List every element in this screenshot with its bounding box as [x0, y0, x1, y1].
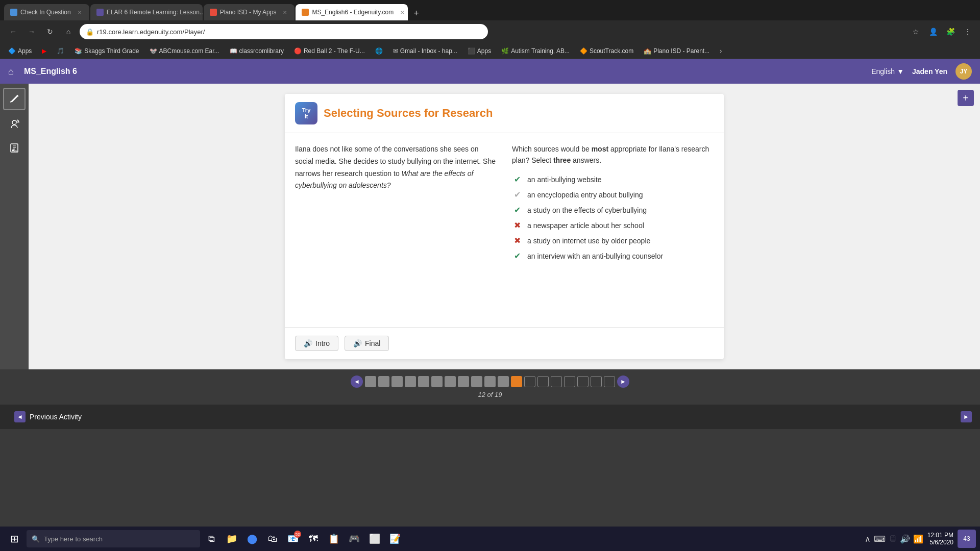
- bookmark-skaggs[interactable]: 📚 Skaggs Third Grade: [70, 46, 143, 56]
- taskbar-search[interactable]: 🔍 Type here to search: [27, 530, 200, 547]
- page-dot-6[interactable]: [431, 376, 443, 387]
- bookmark-redball[interactable]: 🔴 Red Ball 2 - The F-U...: [290, 46, 369, 56]
- twitch-button[interactable]: 🎮: [345, 530, 363, 548]
- extension-icon[interactable]: 🧩: [944, 26, 957, 38]
- volume-icon[interactable]: 🔊: [900, 534, 910, 544]
- bookmark-label: Apps: [18, 47, 32, 55]
- new-tab-button[interactable]: +: [409, 6, 423, 20]
- chrome-button[interactable]: ⬤: [243, 530, 261, 548]
- bookmark-more[interactable]: ›: [716, 46, 726, 56]
- bookmark-abcmouse[interactable]: 🐭 ABCmouse.com Ear...: [145, 46, 224, 56]
- home-button[interactable]: ⌂: [8, 66, 14, 77]
- bookmark-music[interactable]: 🎵: [53, 46, 68, 56]
- tab-label: ELAR 6 Remote Learning: Lesson...: [107, 9, 203, 16]
- pencil-tool-button[interactable]: [3, 88, 26, 110]
- answer-text: an encyclopedia entry about bullying: [527, 191, 643, 199]
- chevron-up-icon[interactable]: ∧: [865, 534, 871, 544]
- page-dot-13[interactable]: [524, 376, 535, 387]
- menu-dots-icon[interactable]: ⋮: [962, 26, 974, 38]
- profile-icon[interactable]: 👤: [927, 26, 939, 38]
- user-avatar[interactable]: JY: [955, 63, 972, 80]
- answer-item-4[interactable]: ✖ a newspaper article about her school: [512, 220, 714, 231]
- page-dot-12[interactable]: [511, 376, 522, 387]
- minecraft-button[interactable]: ⬜: [365, 530, 384, 548]
- bookmark-youtube-red[interactable]: ▶: [38, 46, 51, 56]
- page-dot-16[interactable]: [564, 376, 575, 387]
- page-dot-14[interactable]: [537, 376, 549, 387]
- page-dot-15[interactable]: [551, 376, 562, 387]
- network-icon[interactable]: 📶: [913, 534, 923, 544]
- bookmark-google[interactable]: 🌐: [371, 46, 387, 56]
- check-correct-icon: ✔: [512, 174, 522, 185]
- tab-close[interactable]: ✕: [281, 9, 288, 16]
- page-dot-9[interactable]: [471, 376, 482, 387]
- page-dot-19[interactable]: [604, 376, 615, 387]
- page-dot-7[interactable]: [445, 376, 456, 387]
- check-correct-icon: ✔: [512, 205, 522, 215]
- dictionary-tool-button[interactable]: A bc: [3, 137, 26, 159]
- page-dot-3[interactable]: [391, 376, 403, 387]
- bookmark-apps[interactable]: 🔷 Apps: [4, 46, 36, 56]
- whiteboard-button[interactable]: 📋: [325, 530, 343, 548]
- bookmark-icon: ▶: [42, 47, 46, 55]
- store-button[interactable]: 🛍: [263, 530, 282, 548]
- answer-item-1[interactable]: ✔ an anti-bullying website: [512, 174, 714, 185]
- page-dot-8[interactable]: [458, 376, 469, 387]
- intro-audio-button[interactable]: 🔊 Intro: [295, 336, 338, 351]
- audio-tool-button[interactable]: [3, 112, 26, 135]
- answer-item-3[interactable]: ✔ a study on the effects of cyberbullyin…: [512, 205, 714, 215]
- page-dot-4[interactable]: [405, 376, 416, 387]
- tab-close[interactable]: ✕: [76, 9, 83, 16]
- back-button[interactable]: ←: [6, 24, 20, 39]
- notes-button[interactable]: 📝: [386, 530, 404, 548]
- language-selector[interactable]: English ▼: [871, 67, 904, 76]
- page-dot-2[interactable]: [378, 376, 389, 387]
- bookmark-classroom[interactable]: 📖 classroomlibrary: [226, 46, 288, 56]
- page-dot-11[interactable]: [498, 376, 509, 387]
- tab-elar[interactable]: ELAR 6 Remote Learning: Lesson... ✕: [90, 4, 203, 20]
- page-dot-1[interactable]: [365, 376, 376, 387]
- maps-button[interactable]: 🗺: [304, 530, 323, 548]
- forward-button[interactable]: →: [24, 24, 39, 39]
- keyboard-icon[interactable]: ⌨: [874, 534, 886, 544]
- pagination-prev[interactable]: ◄: [351, 375, 363, 388]
- next-activity-button[interactable]: ►: [961, 411, 972, 422]
- notifications-button[interactable]: 43: [958, 530, 976, 548]
- page-dot-10[interactable]: [484, 376, 496, 387]
- answer-item-5[interactable]: ✖ a study on internet use by older peopl…: [512, 236, 714, 246]
- language-label: English: [871, 67, 895, 76]
- bookmark-apps2[interactable]: ⬛ Apps: [463, 46, 495, 56]
- bookmark-autism[interactable]: 🌿 Autism Training, AB...: [497, 46, 574, 56]
- home-nav-button[interactable]: ⌂: [61, 24, 76, 39]
- svg-text:bc: bc: [14, 149, 17, 152]
- email-button[interactable]: 📧 52: [284, 530, 302, 548]
- display-icon[interactable]: 🖥: [889, 534, 897, 543]
- tab-edgenuity[interactable]: MS_English6 - Edgenuity.com ✕: [296, 4, 408, 20]
- page-dot-17[interactable]: [577, 376, 589, 387]
- task-view-button[interactable]: ⧉: [202, 530, 220, 548]
- refresh-button[interactable]: ↻: [43, 24, 57, 39]
- bookmark-scouttrack[interactable]: 🔶 ScoutTrack.com: [576, 46, 638, 56]
- page-dot-5[interactable]: [418, 376, 429, 387]
- bookmark-label: Autism Training, AB...: [511, 47, 570, 55]
- bookmark-plano[interactable]: 🏫 Plano ISD - Parent...: [640, 46, 714, 56]
- tab-check-in[interactable]: Check In Question ✕: [4, 4, 89, 20]
- tab-close[interactable]: ✕: [399, 9, 406, 16]
- tab-favicon: [10, 9, 17, 16]
- bookmark-star-icon[interactable]: ☆: [910, 26, 922, 38]
- bookmark-gmail[interactable]: ✉ Gmail - Inbox - hap...: [389, 46, 461, 56]
- answer-item-6[interactable]: ✔ an interview with an anti-bullying cou…: [512, 251, 714, 261]
- add-button[interactable]: +: [958, 90, 974, 106]
- time-display: 12:01 PM: [927, 532, 953, 539]
- file-explorer-button[interactable]: 📁: [223, 530, 241, 548]
- answer-text: a study on the effects of cyberbullying: [527, 206, 647, 214]
- answer-item-2[interactable]: ✔ an encyclopedia entry about bullying: [512, 190, 714, 200]
- final-audio-button[interactable]: 🔊 Final: [345, 336, 389, 351]
- user-name[interactable]: Jaden Yen: [912, 67, 947, 76]
- pagination-next[interactable]: ►: [617, 375, 629, 388]
- tab-plano[interactable]: Plano ISD - My Apps ✕: [204, 4, 295, 20]
- address-input[interactable]: 🔒 r19.core.learn.edgenuity.com/Player/: [80, 24, 488, 39]
- previous-activity-button[interactable]: ◄ Previous Activity: [8, 408, 88, 425]
- page-dot-18[interactable]: [591, 376, 602, 387]
- start-button[interactable]: ⊞: [4, 529, 24, 549]
